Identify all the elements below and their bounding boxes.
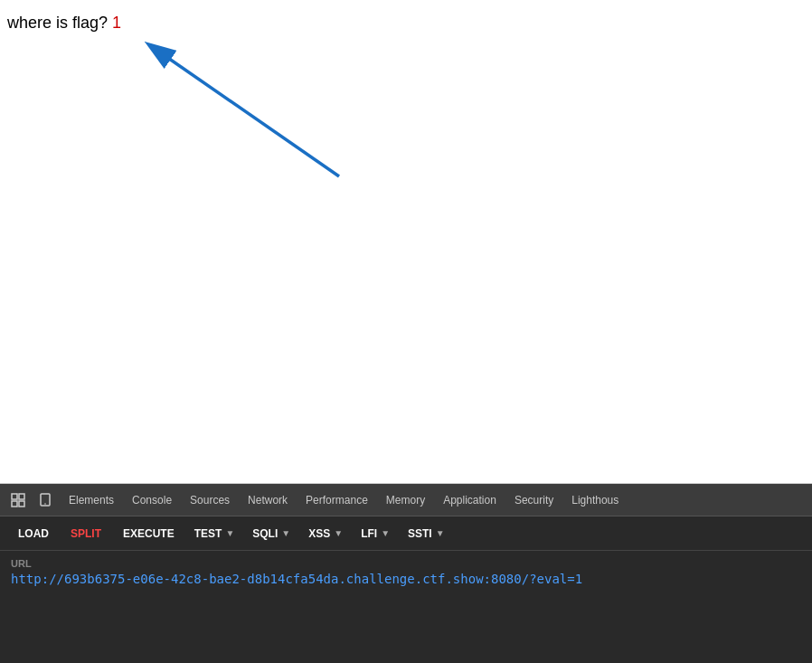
page-text-prefix: where is flag? [7,14,112,32]
split-button[interactable]: SPLIT [61,523,110,545]
tab-console[interactable]: Console [123,484,181,516]
tab-network[interactable]: Network [239,484,297,516]
svg-rect-4 [12,501,17,507]
sqli-dropdown-arrow: ▼ [281,528,290,538]
arrow-indicator [145,36,362,190]
tab-application[interactable]: Application [434,484,505,516]
svg-rect-3 [19,494,24,499]
devtools-toolbar: LOAD SPLIT EXECUTE TEST ▼ SQLI ▼ XSS ▼ L… [0,516,812,551]
page-text-number: 1 [112,14,121,32]
xss-button[interactable]: XSS ▼ [301,523,350,545]
svg-rect-5 [19,501,24,507]
test-dropdown-arrow: ▼ [225,528,234,538]
page-heading: where is flag? 1 [7,14,121,33]
svg-point-7 [44,503,46,505]
svg-line-1 [163,54,339,176]
tab-security[interactable]: Security [505,484,562,516]
lfi-button[interactable]: LFI ▼ [354,523,397,545]
device-icon[interactable] [33,488,58,513]
ssti-dropdown-arrow: ▼ [436,528,445,538]
devtools-tabbar: Elements Console Sources Network Perform… [0,484,812,516]
load-button[interactable]: LOAD [9,523,58,545]
tab-memory[interactable]: Memory [377,484,434,516]
tab-performance[interactable]: Performance [297,484,377,516]
url-label: URL [11,558,801,569]
inspect-icon[interactable] [5,488,31,513]
svg-rect-2 [12,494,17,499]
execute-button[interactable]: EXECUTE [114,523,184,545]
tab-lighthouse[interactable]: Lighthous [562,484,628,516]
url-value[interactable]: http://693b6375-e06e-42c8-bae2-d8b14cfa5… [11,572,801,586]
lfi-dropdown-arrow: ▼ [381,528,390,538]
xss-dropdown-arrow: ▼ [334,528,343,538]
ssti-button[interactable]: SSTI ▼ [401,523,452,545]
devtools-url-bar: URL http://693b6375-e06e-42c8-bae2-d8b14… [0,551,812,663]
tab-elements[interactable]: Elements [60,484,123,516]
devtools-panel: Elements Console Sources Network Perform… [0,484,812,663]
sqli-button[interactable]: SQLI ▼ [245,523,297,545]
tab-sources[interactable]: Sources [181,484,239,516]
test-button[interactable]: TEST ▼ [187,523,242,545]
browser-content-area: where is flag? 1 [0,0,812,484]
